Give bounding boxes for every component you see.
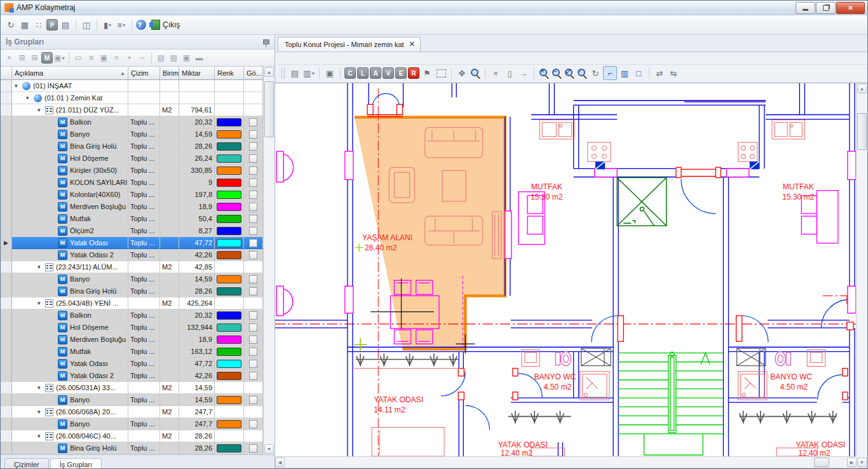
scrollbar-thumb[interactable] <box>857 113 867 150</box>
print-cancel-icon[interactable]: ▤ <box>168 52 180 64</box>
delete-icon[interactable]: × <box>489 67 502 79</box>
table-row[interactable]: MKolonlar(40X60)Toplu ...197,8 <box>1 189 263 201</box>
color-swatch[interactable] <box>217 142 241 151</box>
color-swatch[interactable] <box>217 444 241 452</box>
expand-icon[interactable]: ▾ <box>26 95 34 101</box>
table-row[interactable]: MKirişler (30x50)Toplu ...330,85 <box>1 165 263 177</box>
column-header--izim[interactable]: Çizim <box>128 67 160 79</box>
show-checkbox[interactable] <box>249 167 257 175</box>
color-swatch[interactable] <box>217 130 241 139</box>
minimize-button[interactable] <box>796 2 815 14</box>
form-icon[interactable]: ▭ <box>72 52 85 64</box>
chevron-down-icon[interactable]: ▾ <box>142 22 145 28</box>
show-checkbox[interactable] <box>249 336 257 344</box>
expand-icon[interactable]: ▾ <box>37 300 45 306</box>
expand-icon[interactable]: ▾ <box>37 384 45 391</box>
calculator-icon[interactable]: ▤ <box>59 18 72 31</box>
table-row[interactable]: ▾(25.043/4B) YENİ ...M2425,264 <box>1 297 263 309</box>
show-checkbox[interactable] <box>249 348 257 356</box>
scroll-up-icon[interactable]: ▲ <box>857 84 867 93</box>
show-checkbox[interactable] <box>249 215 257 223</box>
show-checkbox[interactable] <box>249 203 257 211</box>
regen-icon[interactable]: ↻ <box>589 67 602 79</box>
grid-snap-button[interactable]: ⌐ <box>603 66 617 80</box>
export-icon[interactable]: ▥▾ <box>302 67 315 79</box>
box-icon[interactable]: □ <box>632 67 645 79</box>
flag-icon[interactable]: ⚑ <box>421 67 433 79</box>
subtract-icon[interactable]: − <box>136 52 148 64</box>
tab-close-icon[interactable]: ✕ <box>409 40 415 48</box>
scroll-right-icon[interactable]: ▶ <box>847 458 857 467</box>
layer-l-button[interactable]: L <box>357 67 369 79</box>
table-row[interactable]: MMerdiven BoşluğuToplu ...18,9 <box>1 201 263 213</box>
window-layout-icon[interactable]: ◫ <box>80 18 93 31</box>
table-row[interactable]: MYatak OdasıToplu ...47,72 <box>1 358 263 370</box>
floorplan-canvas[interactable]: YAŞAM ALANI 26.40 m2 MUTFAK 15.30 m2 MUT… <box>275 83 857 456</box>
column-header-indicator[interactable] <box>1 67 12 79</box>
show-checkbox[interactable] <box>249 420 257 428</box>
show-checkbox[interactable] <box>249 444 257 452</box>
show-checkbox[interactable] <box>249 311 257 320</box>
column-header-renk[interactable]: Renk <box>215 67 244 79</box>
chevron-down-icon[interactable]: ▾ <box>312 71 315 76</box>
table-row[interactable]: MMutfakToplu ...163,12 <box>1 346 263 358</box>
show-checkbox[interactable] <box>249 239 257 247</box>
layer-v-button[interactable]: V <box>383 67 394 79</box>
toolbar-grip[interactable] <box>281 67 285 79</box>
chevron-down-icon[interactable]: ▾ <box>123 22 125 28</box>
column-header-a-klama[interactable]: Açıklama▲ <box>12 67 128 79</box>
canvas-vertical-scrollbar[interactable]: ▲ ▼ <box>857 83 867 468</box>
show-checkbox[interactable] <box>249 227 257 235</box>
forward-icon[interactable]: → <box>517 67 530 79</box>
list-settings-icon[interactable]: ≡▾ <box>115 18 128 31</box>
canvas-horizontal-scrollbar[interactable]: ◀ ▶ <box>275 456 857 468</box>
refresh-icon[interactable]: ↻ <box>4 18 17 31</box>
copy-drawing-icon[interactable]: ▣ <box>323 67 336 79</box>
table-row[interactable]: MKOLON SAYILARIToplu ...9 <box>1 177 263 189</box>
chevron-down-icon[interactable]: ▾ <box>109 22 111 28</box>
tab-çizimler[interactable]: Çizimler <box>4 458 49 469</box>
sync-icon[interactable]: ⇄ <box>653 67 666 79</box>
tab-i-ş-grupları[interactable]: İş Grupları <box>50 458 102 469</box>
color-swatch[interactable] <box>217 420 241 428</box>
delete-icon[interactable]: × <box>3 52 15 64</box>
column-header-birim[interactable]: Birim <box>160 67 179 79</box>
parameters-icon[interactable]: P <box>46 19 58 31</box>
table-row[interactable]: MHol DöşemeToplu ...132,944 <box>1 322 263 334</box>
paste-icon[interactable]: ▬ <box>193 52 205 64</box>
table-row[interactable]: ▾(21.011) DÜZ YÜZ...M2794,61 <box>1 104 263 116</box>
show-checkbox[interactable] <box>249 396 257 404</box>
color-swatch[interactable] <box>217 215 241 223</box>
pan-icon[interactable]: ✥ <box>456 67 468 79</box>
zoom-in-icon[interactable]: + <box>538 67 550 79</box>
color-swatch[interactable] <box>217 191 241 199</box>
show-checkbox[interactable] <box>249 251 257 259</box>
color-swatch[interactable] <box>217 154 241 163</box>
exit-button[interactable]: Çıkış <box>147 18 184 31</box>
table-row[interactable]: ▶MYatak OdasıToplu ...47,72 <box>1 237 263 249</box>
expand-icon[interactable]: ▾ <box>37 264 45 270</box>
color-swatch[interactable] <box>217 239 241 247</box>
table-row[interactable]: MHol DöşemeToplu ...26,24 <box>1 153 263 165</box>
show-checkbox[interactable] <box>249 360 257 368</box>
column-header-miktar[interactable]: Miktar <box>179 67 215 79</box>
close-button[interactable]: ✕ <box>836 2 865 14</box>
expand-icon[interactable]: ▾ <box>15 83 22 89</box>
expand-icon[interactable]: ▾ <box>37 107 45 113</box>
scroll-up-icon[interactable]: ▲ <box>264 67 274 77</box>
add-group-icon[interactable]: ⊞ <box>16 52 28 64</box>
copy-icon[interactable]: ▣ <box>180 52 193 64</box>
add-subgroup-icon[interactable]: ⊞ <box>29 52 41 64</box>
page-icon[interactable]: ▯ <box>503 67 516 79</box>
color-swatch[interactable] <box>217 118 241 126</box>
pages-icon[interactable]: ▥ <box>618 67 631 79</box>
color-swatch[interactable] <box>217 336 241 344</box>
layer-c-button[interactable]: C <box>344 67 356 79</box>
table-row[interactable]: MÖlçüm2Toplu ...8,27 <box>1 225 263 237</box>
color-swatch[interactable] <box>217 203 241 211</box>
table-row[interactable]: ▾(23.243/11) ALÜM...M242,85 <box>1 261 263 273</box>
zoom-out-icon[interactable]: − <box>551 67 562 79</box>
show-checkbox[interactable] <box>249 372 257 380</box>
show-checkbox[interactable] <box>249 191 257 199</box>
color-swatch[interactable] <box>217 348 241 356</box>
